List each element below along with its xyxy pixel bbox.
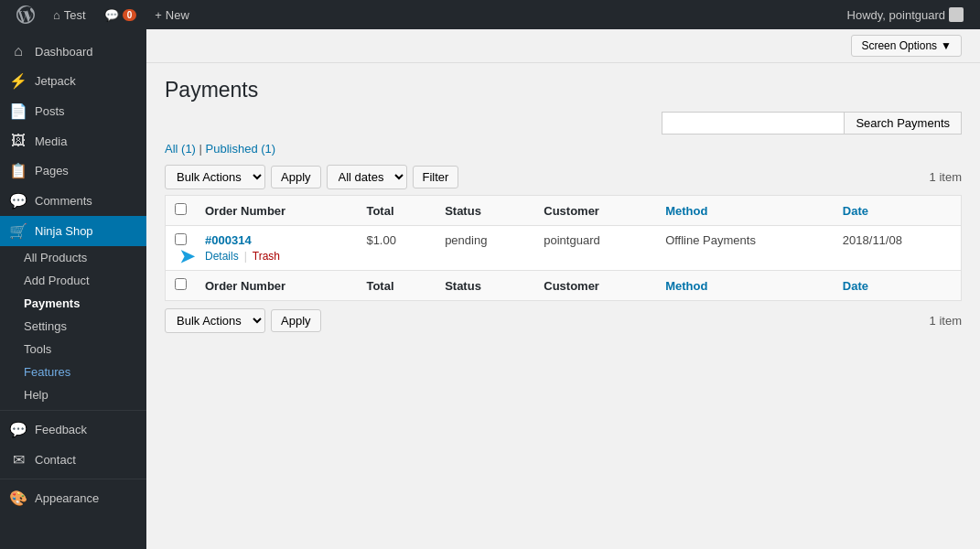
- posts-icon: 📄: [9, 102, 27, 120]
- filter-links: All (1) | Published (1): [165, 142, 962, 156]
- add-product-label: Add Product: [24, 274, 90, 287]
- adminbar-comments[interactable]: 💬 0: [95, 0, 146, 29]
- method-header-link[interactable]: Method: [665, 204, 707, 218]
- row-checkbox[interactable]: [175, 233, 187, 245]
- sidebar-item-posts[interactable]: 📄 Posts: [0, 96, 146, 126]
- bulk-actions-select-bottom[interactable]: Bulk Actions Delete: [165, 308, 265, 333]
- apply-button-bottom[interactable]: Apply: [271, 309, 321, 332]
- search-button[interactable]: Search Payments: [845, 112, 962, 135]
- row-status: pending: [445, 233, 487, 247]
- item-count-bottom: 1 item: [930, 314, 962, 328]
- adminbar-new-label: New: [166, 8, 189, 22]
- contact-icon: ✉: [9, 451, 27, 468]
- toolbar-bottom: Bulk Actions Delete Apply 1 item: [165, 308, 962, 333]
- ninja-shop-icon: 🛒: [9, 222, 27, 240]
- status-header-label: Status: [445, 204, 481, 218]
- total-footer-label: Total: [366, 279, 393, 293]
- action-separator: |: [244, 250, 247, 263]
- comment-icon: 💬: [104, 8, 119, 22]
- sidebar-item-settings[interactable]: Settings: [11, 315, 146, 338]
- sidebar-item-features[interactable]: Features: [11, 361, 146, 383]
- sidebar-item-feedback[interactable]: 💬 Feedback: [0, 414, 146, 445]
- order-number-header-label: Order Number: [205, 204, 285, 218]
- method-footer-link[interactable]: Method: [665, 279, 707, 293]
- sidebar-item-contact[interactable]: ✉ Contact: [0, 445, 146, 475]
- sidebar-item-ninja-shop[interactable]: 🛒 Ninja Shop: [0, 216, 146, 246]
- jetpack-icon: ⚡: [9, 72, 27, 90]
- wp-logo[interactable]: [7, 0, 44, 29]
- all-dates-select[interactable]: All dates: [327, 165, 407, 189]
- screen-options-bar: Screen Options ▼: [146, 29, 980, 63]
- sidebar-item-add-product[interactable]: Add Product: [11, 269, 146, 292]
- sidebar-item-media[interactable]: 🖼 Media: [0, 126, 146, 156]
- adminbar-howdy[interactable]: Howdy, pointguard: [838, 0, 973, 29]
- sidebar-item-dashboard[interactable]: ⌂ Dashboard: [0, 37, 146, 66]
- row-customer-cell: pointguard: [534, 226, 656, 271]
- features-label: Features: [24, 365, 70, 379]
- adminbar-site-name: Test: [64, 8, 86, 22]
- filter-published[interactable]: Published (1): [206, 142, 276, 156]
- select-all-checkbox[interactable]: [175, 203, 187, 215]
- select-all-checkbox-bottom[interactable]: [175, 278, 187, 290]
- customer-header-label: Customer: [544, 204, 599, 218]
- appearance-icon: 🎨: [9, 490, 27, 507]
- screen-options-button[interactable]: Screen Options ▼: [851, 35, 962, 57]
- filter-separator: |: [199, 142, 206, 156]
- sidebar-item-comments[interactable]: 💬 Comments: [0, 186, 146, 216]
- chevron-down-icon: ▼: [941, 39, 952, 52]
- sidebar-item-tools[interactable]: Tools: [11, 338, 146, 361]
- all-products-label: All Products: [24, 251, 87, 264]
- screen-options-label: Screen Options: [861, 39, 937, 52]
- row-total-cell: $1.00: [357, 226, 436, 271]
- adminbar-howdy-text: Howdy, pointguard: [847, 8, 945, 22]
- sidebar-item-label: Pages: [35, 164, 69, 178]
- table-header-row: Order Number Total Status Customer Metho: [166, 196, 962, 226]
- details-link[interactable]: Details: [205, 250, 239, 263]
- content-inner: Payments Search Payments All (1) | Publi…: [146, 63, 980, 348]
- avatar: [949, 7, 964, 22]
- payments-label: Payments: [24, 296, 80, 310]
- bulk-actions-select-top[interactable]: Bulk Actions Delete: [165, 165, 265, 189]
- sidebar-item-pages[interactable]: 📋 Pages: [0, 156, 146, 186]
- table-footer-row: Order Number Total Status Customer Metho: [166, 271, 962, 301]
- sidebar-divider: [0, 410, 146, 411]
- search-row: Search Payments: [165, 112, 962, 135]
- adminbar-site[interactable]: ⌂ Test: [44, 0, 95, 29]
- toolbar-top: Bulk Actions Delete Apply All dates Filt…: [165, 165, 962, 189]
- header-status: Status: [436, 196, 534, 226]
- trash-link[interactable]: Trash: [253, 250, 280, 263]
- filter-button[interactable]: Filter: [413, 166, 459, 188]
- footer-method: Method: [656, 271, 834, 301]
- sidebar-item-all-products[interactable]: All Products: [11, 246, 146, 269]
- sidebar-item-payments[interactable]: Payments: [11, 292, 146, 315]
- sidebar-main-menu: ⌂ Dashboard ⚡ Jetpack 📄 Posts 🖼 Media 📋 …: [0, 29, 146, 513]
- order-number-link[interactable]: #000314: [205, 233, 252, 247]
- settings-label: Settings: [24, 319, 67, 333]
- dashboard-icon: ⌂: [9, 43, 27, 59]
- comments-icon: 💬: [9, 192, 27, 210]
- sidebar-item-label: Jetpack: [35, 74, 76, 88]
- pages-icon: 📋: [9, 162, 27, 179]
- sidebar-item-label: Feedback: [35, 423, 87, 436]
- header-customer: Customer: [534, 196, 656, 226]
- sidebar-item-appearance[interactable]: 🎨 Appearance: [0, 483, 146, 513]
- filter-all[interactable]: All (1): [165, 142, 196, 156]
- row-method: Offline Payments: [665, 233, 756, 247]
- customer-footer-label: Customer: [544, 279, 599, 293]
- row-customer: pointguard: [544, 233, 599, 247]
- row-date-cell: 2018/11/08: [834, 226, 962, 271]
- comment-count: 0: [123, 9, 137, 21]
- sidebar-item-jetpack[interactable]: ⚡ Jetpack: [0, 66, 146, 96]
- feedback-icon: 💬: [9, 421, 27, 438]
- adminbar-new[interactable]: + New: [145, 0, 199, 29]
- date-footer-link[interactable]: Date: [843, 279, 868, 293]
- header-order-number: Order Number: [196, 196, 357, 226]
- row-method-cell: Offline Payments: [656, 226, 834, 271]
- search-input[interactable]: [662, 112, 845, 135]
- sidebar-item-help[interactable]: Help: [11, 383, 146, 406]
- apply-button-top[interactable]: Apply: [271, 166, 321, 188]
- row-status-cell: pending: [436, 226, 534, 271]
- tools-label: Tools: [24, 342, 51, 356]
- date-header-link[interactable]: Date: [843, 204, 868, 218]
- row-total: $1.00: [366, 233, 396, 247]
